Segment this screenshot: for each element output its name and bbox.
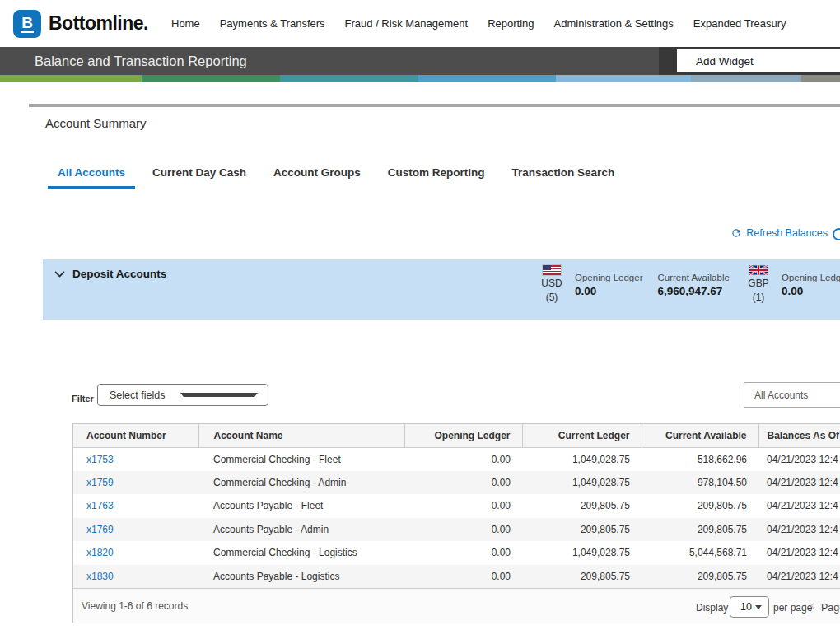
add-widget-button[interactable]: Add Widget (677, 49, 840, 72)
per-page-label: per page (773, 602, 812, 614)
table-cell: 0.00 (404, 494, 522, 518)
accounts-filter-value: All Accounts (754, 390, 808, 401)
opening-ledger-label: Opening Ledger (575, 273, 642, 282)
account-number-cell: x1759 (73, 471, 198, 495)
table-cell: 04/21/2023 12:4 (758, 447, 840, 471)
table-row: x1830Accounts Payable - Logistics0.00209… (73, 565, 840, 589)
table-cell: Accounts Payable - Logistics (198, 565, 404, 589)
table-cell: 978,104.50 (642, 471, 758, 495)
usd-summary: USD (5) Opening Ledger 0.00 Current Avai… (537, 264, 730, 303)
refresh-label: Refresh Balances (746, 227, 828, 239)
horizontal-divider (29, 104, 840, 107)
chevron-down-icon[interactable] (54, 271, 65, 278)
column-header-account-name[interactable]: Account Name (198, 424, 404, 447)
table-cell: 04/21/2023 12:4 (758, 565, 840, 589)
title-bar: Balance and Transaction Reporting Add Wi… (0, 47, 840, 75)
table-cell: 5,044,568.71 (642, 541, 758, 565)
column-header-current-available[interactable]: Current Available (642, 424, 758, 447)
refresh-balances-button[interactable]: Refresh Balances (730, 227, 828, 239)
page-label: Page (821, 602, 840, 614)
current-available-label: Current Available (657, 273, 729, 282)
account-number-cell: x1769 (73, 518, 198, 542)
account-number-link[interactable]: x1830 (86, 571, 114, 582)
table-cell: 209,805.75 (642, 494, 758, 518)
table-row: x1759Commercial Checking - Admin0.001,04… (73, 471, 840, 495)
logo-letter: B (21, 15, 34, 33)
table-footer: Viewing 1-6 of 6 records Display 10 per … (73, 588, 840, 623)
nav-item-administration-settings[interactable]: Administration & Settings (554, 17, 674, 30)
account-number-cell: x1763 (73, 494, 198, 518)
table-cell: 209,805.75 (522, 565, 642, 589)
select-fields-value: Select fields (110, 390, 180, 401)
account-number-link[interactable]: x1769 (86, 524, 114, 535)
table-cell: 209,805.75 (642, 518, 758, 542)
nav-item-fraud-risk-management[interactable]: Fraud / Risk Management (345, 17, 469, 30)
tab-all-accounts[interactable]: All Accounts (48, 165, 135, 189)
current-available-value: 6,960,947.67 (657, 285, 729, 297)
select-fields-dropdown[interactable]: Select fields (97, 384, 268, 406)
table-cell: 04/21/2023 12:4 (758, 518, 840, 542)
bottomline-logo-icon: B (13, 10, 41, 38)
deposit-accounts-section: Deposit Accounts USD (5) Opening Ledger … (43, 259, 840, 320)
page-header-title: Balance and Transaction Reporting (35, 54, 247, 69)
page-size-select[interactable]: 10 (730, 596, 769, 618)
deposit-accounts-title: Deposit Accounts (72, 268, 166, 280)
strip-segment (142, 75, 280, 82)
previous-page-icon[interactable]: ‹ (810, 598, 814, 613)
brand-logo[interactable]: B Bottomline. (13, 10, 148, 38)
table-cell: 209,805.75 (642, 565, 758, 589)
cut-off-circle-icon[interactable] (833, 228, 840, 240)
table-cell: 0.00 (404, 541, 522, 565)
currency-code: USD (541, 278, 562, 289)
opening-ledger-label: Opening Ledger (782, 273, 840, 282)
account-number-cell: x1753 (73, 447, 198, 471)
nav-item-home[interactable]: Home (171, 17, 200, 30)
tab-current-day-cash[interactable]: Current Day Cash (142, 165, 256, 189)
tab-transaction-search[interactable]: Transaction Search (502, 165, 625, 189)
color-strip (0, 75, 840, 82)
account-count: (1) (753, 292, 765, 303)
table-cell: 209,805.75 (522, 494, 642, 518)
accounts-filter-dropdown[interactable]: All Accounts (744, 382, 840, 408)
main-nav: HomePayments & TransfersFraud / Risk Man… (171, 17, 786, 30)
us-flag-icon (543, 265, 561, 275)
nav-item-payments-transfers[interactable]: Payments & Transfers (220, 17, 325, 30)
nav-item-reporting[interactable]: Reporting (488, 17, 534, 30)
column-header-balances-as-of[interactable]: Balances As Of (758, 424, 840, 447)
add-widget-zone: Add Widget (659, 47, 840, 75)
strip-segment (0, 75, 142, 82)
column-header-current-ledger[interactable]: Current Ledger (522, 424, 642, 447)
tab-custom-reporting[interactable]: Custom Reporting (378, 165, 495, 189)
strip-segment (280, 75, 418, 82)
table-cell: Commercial Checking - Admin (198, 471, 404, 495)
column-header-opening-ledger[interactable]: Opening Ledger (404, 424, 522, 447)
caret-down-icon (180, 393, 258, 397)
table-cell: 209,805.75 (522, 518, 642, 542)
account-number-link[interactable]: x1759 (86, 477, 114, 488)
account-number-cell: x1820 (73, 541, 198, 565)
table-cell: 04/21/2023 12:4 (758, 541, 840, 565)
table-cell: 04/21/2023 12:4 (758, 471, 840, 495)
gbp-summary: GBP (1) Opening Ledger 0.00 (744, 264, 840, 303)
currency-code: GBP (748, 278, 768, 289)
account-number-link[interactable]: x1763 (86, 500, 114, 511)
account-number-link[interactable]: x1753 (86, 454, 114, 465)
account-number-cell: x1830 (73, 565, 198, 589)
table-cell: Accounts Payable - Admin (198, 518, 404, 542)
table-cell: 1,049,028.75 (522, 471, 642, 495)
brand-name: Bottomline. (49, 12, 148, 35)
uk-flag-icon (749, 265, 768, 275)
tab-account-groups[interactable]: Account Groups (264, 165, 371, 189)
records-count: Viewing 1-6 of 6 records (82, 600, 188, 612)
nav-item-expanded-treasury[interactable]: Expanded Treasury (693, 17, 786, 30)
column-header-account-number[interactable]: Account Number (73, 424, 198, 447)
table-row: x1820Commercial Checking - Logistics0.00… (73, 541, 840, 565)
tabs: All AccountsCurrent Day CashAccount Grou… (48, 165, 624, 189)
table-cell: 0.00 (404, 565, 522, 589)
strip-segment (418, 75, 556, 82)
account-number-link[interactable]: x1820 (86, 547, 114, 558)
accounts-table: Account NumberAccount NameOpening Ledger… (72, 423, 840, 623)
caret-down-icon (755, 605, 762, 609)
table-cell: 1,049,028.75 (522, 447, 642, 471)
opening-ledger-value: 0.00 (782, 285, 840, 297)
